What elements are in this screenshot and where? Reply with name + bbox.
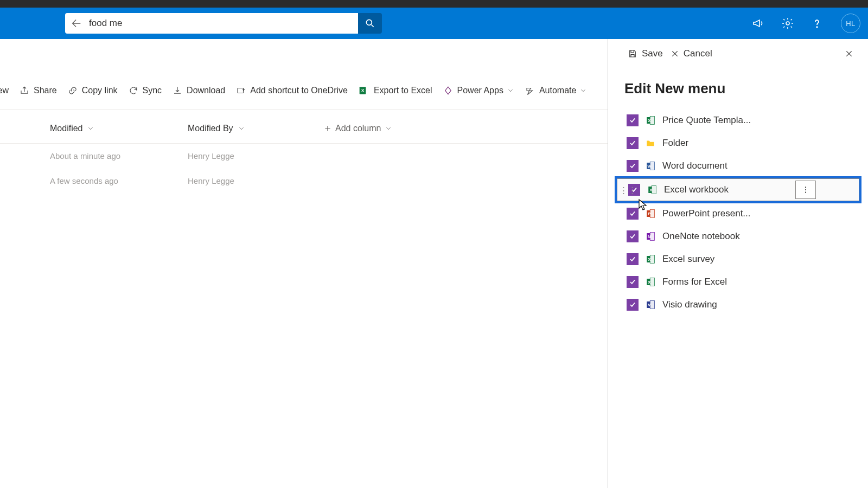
menu-item-label: Excel workbook (664, 184, 789, 195)
panel-title: Edit New menu (608, 68, 868, 107)
copy-link-button[interactable]: Copy link (68, 86, 118, 95)
svg-text:W: W (648, 164, 652, 168)
menu-item-forms-excel[interactable]: X Forms for Excel (616, 271, 860, 293)
settings-icon[interactable] (775, 10, 801, 36)
sync-button[interactable]: Sync (129, 86, 162, 95)
suite-header: HL (0, 8, 868, 39)
menu-item-label: PowerPoint present... (662, 208, 787, 219)
power-apps-button[interactable]: Power Apps (443, 86, 514, 95)
save-button[interactable]: Save (628, 48, 663, 59)
svg-point-16 (805, 189, 806, 190)
menu-list: X Price Quote Templa... Folder W Word do… (608, 107, 868, 316)
checkbox-checked[interactable] (627, 299, 639, 311)
svg-rect-19 (650, 210, 654, 218)
checkbox-checked[interactable] (627, 160, 639, 172)
checkbox-checked[interactable] (627, 114, 639, 126)
svg-text:X: X (648, 118, 650, 123)
folder-icon (645, 138, 656, 149)
more-options-button[interactable] (795, 181, 816, 199)
svg-rect-7 (650, 117, 654, 125)
menu-item-excel-workbook[interactable]: ⋮⋮ X Excel workbook (617, 178, 859, 201)
help-icon[interactable] (804, 10, 830, 36)
checkbox-checked[interactable] (627, 208, 639, 220)
search-icon (365, 18, 375, 29)
checkbox-checked[interactable] (627, 137, 639, 149)
menu-item-word[interactable]: W Word document (616, 155, 860, 177)
megaphone-icon[interactable] (745, 10, 771, 36)
excel-icon: X (645, 277, 656, 287)
svg-text:X: X (648, 257, 650, 262)
column-header-modified-by[interactable]: Modified By (188, 124, 280, 133)
back-arrow-icon[interactable] (71, 17, 82, 29)
excel-icon: X (647, 184, 658, 195)
excel-icon: X (645, 115, 656, 126)
panel-command-bar: Save Cancel (608, 39, 868, 68)
browser-chrome-strip (0, 0, 868, 8)
menu-item-label: Word document (662, 160, 787, 171)
svg-text:N: N (648, 234, 650, 239)
search-button[interactable] (358, 13, 382, 34)
menu-item-label: Price Quote Templa... (662, 115, 787, 126)
close-icon (845, 49, 853, 58)
checkbox-checked[interactable] (627, 276, 639, 288)
menu-item-label: Forms for Excel (662, 277, 787, 287)
column-header-modified[interactable]: Modified (50, 124, 142, 133)
menu-item-price-quote[interactable]: X Price Quote Templa... (616, 109, 860, 132)
chevron-down-icon (507, 87, 514, 94)
svg-text:P: P (648, 211, 650, 216)
menu-item-onenote[interactable]: N OneNote notebook (616, 225, 860, 248)
cell-modified-by: Henry Legge (188, 176, 280, 185)
cell-modified: About a minute ago (50, 151, 142, 160)
menu-item-label: Visio drawing (662, 299, 787, 310)
svg-rect-13 (652, 186, 656, 194)
svg-text:V: V (648, 303, 650, 307)
svg-point-2 (816, 27, 818, 28)
svg-rect-28 (650, 278, 654, 286)
add-column-button[interactable]: Add column (323, 124, 392, 133)
svg-text:X: X (361, 88, 365, 93)
checkbox-checked[interactable] (627, 230, 639, 242)
export-excel-button[interactable]: X Export to Excel (359, 85, 432, 96)
visio-icon: V (645, 299, 656, 310)
excel-icon: X (645, 254, 656, 265)
download-button[interactable]: Download (173, 86, 225, 95)
checkbox-checked[interactable] (627, 253, 639, 265)
menu-item-excel-survey[interactable]: X Excel survey (616, 248, 860, 271)
search-input[interactable] (89, 18, 353, 29)
drag-handle-icon[interactable]: ⋮⋮ (620, 186, 637, 194)
add-shortcut-button[interactable]: Add shortcut to OneDrive (236, 86, 348, 95)
chevron-down-icon (87, 125, 94, 132)
chevron-down-icon (238, 125, 245, 132)
search-group (65, 12, 382, 34)
menu-item-visio[interactable]: V Visio drawing (616, 293, 860, 316)
cancel-button[interactable]: Cancel (671, 48, 712, 59)
svg-point-0 (366, 20, 372, 25)
svg-text:X: X (649, 188, 652, 192)
save-icon (628, 49, 637, 59)
svg-point-17 (805, 192, 806, 193)
panel-close-button[interactable] (842, 47, 856, 61)
menu-item-powerpoint[interactable]: P PowerPoint present... (616, 202, 860, 225)
search-box[interactable] (65, 13, 358, 34)
menu-item-label: Excel survey (662, 254, 787, 265)
svg-point-15 (805, 187, 806, 188)
menu-item-folder[interactable]: Folder (616, 132, 860, 155)
chevron-down-icon (579, 87, 587, 94)
cell-modified-by: Henry Legge (188, 151, 280, 160)
svg-rect-31 (650, 301, 654, 309)
chevron-down-icon (385, 125, 392, 132)
view-partial-button[interactable]: iew (0, 86, 9, 95)
word-icon: W (645, 160, 656, 171)
svg-text:X: X (648, 280, 650, 285)
plus-icon (323, 124, 332, 133)
user-avatar[interactable]: HL (841, 14, 860, 33)
menu-item-label: OneNote notebook (662, 231, 787, 242)
share-button[interactable]: Share (20, 86, 57, 95)
svg-rect-3 (238, 88, 244, 93)
automate-button[interactable]: Automate (525, 86, 587, 95)
onenote-icon: N (645, 231, 656, 242)
cell-modified: A few seconds ago (50, 176, 142, 185)
edit-new-menu-panel: Save Cancel Edit New menu X Price Quote … (608, 39, 868, 488)
svg-rect-25 (650, 255, 654, 264)
svg-point-1 (786, 22, 789, 25)
